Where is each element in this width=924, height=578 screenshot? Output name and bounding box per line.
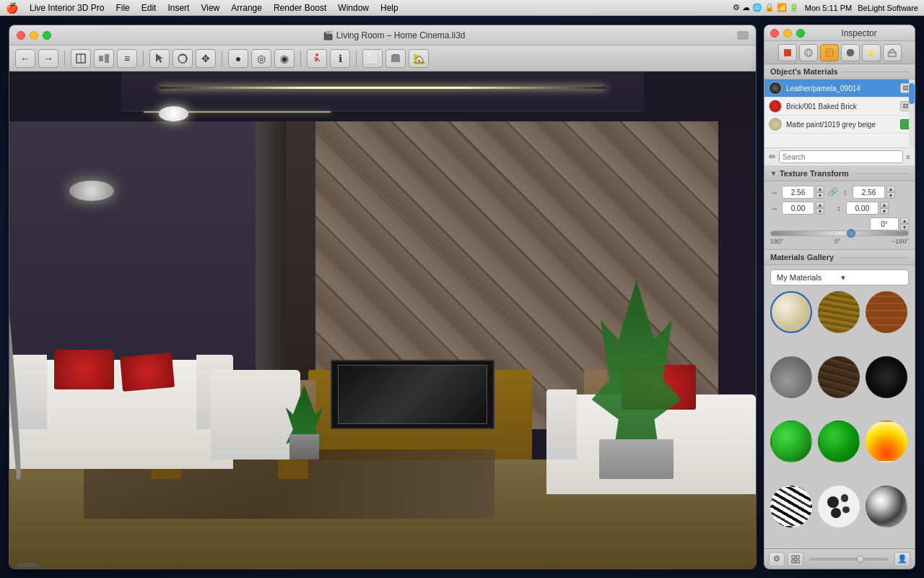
maximize-button[interactable] [43, 31, 51, 40]
gallery-item-8[interactable] [818, 420, 860, 462]
texture-transform-label: Texture Transform [780, 169, 849, 178]
gallery-item-3[interactable] [866, 291, 907, 333]
menu-help[interactable]: Help [380, 3, 398, 13]
menu-edit[interactable]: Edit [141, 3, 157, 13]
ring-tool-button[interactable]: ◎ [251, 49, 271, 68]
height-down-button[interactable]: ▼ [886, 192, 895, 199]
viewport[interactable] [9, 72, 756, 569]
tab-light[interactable] [862, 44, 881, 61]
info-button[interactable]: ℹ [330, 49, 350, 68]
chain-link-icon[interactable]: 🔗 [827, 187, 838, 197]
material-item-1[interactable]: Leather/pamela_09014 🖼 [764, 79, 915, 98]
gallery-item-6[interactable] [866, 356, 907, 398]
resize-button[interactable] [737, 31, 749, 40]
nav-back-button[interactable]: ← [15, 49, 35, 68]
inspector-close[interactable] [770, 29, 779, 38]
orbit-tool-button[interactable] [173, 49, 193, 68]
sphere-tool-button[interactable]: ● [228, 49, 248, 68]
house-button[interactable]: 🏡 [409, 49, 429, 68]
settings-button[interactable]: ⚙ [769, 552, 785, 566]
zoom-slider-track[interactable] [809, 558, 889, 561]
material-item-2[interactable]: Brick/001 Baked Brick 🖼 [764, 98, 915, 116]
gallery-item-9[interactable] [866, 420, 907, 462]
materials-scrollbar-thumb[interactable] [909, 83, 915, 104]
rotation-input[interactable] [870, 217, 899, 230]
tab-texture[interactable] [841, 44, 860, 61]
gallery-item-12[interactable] [866, 486, 907, 527]
height-input[interactable] [853, 186, 885, 199]
close-button[interactable] [17, 31, 25, 40]
pencil-icon[interactable]: ✏ [769, 152, 776, 162]
floor-plan-button[interactable] [71, 49, 91, 68]
section-line-2 [855, 173, 909, 174]
offset-x-up-button[interactable]: ▲ [816, 202, 824, 208]
svg-rect-9 [784, 49, 791, 56]
list-button[interactable]: ≡ [117, 49, 137, 68]
inspector-minimize[interactable] [783, 29, 792, 38]
tab-house[interactable] [883, 44, 902, 61]
width-down-button[interactable]: ▼ [816, 192, 824, 199]
offset-y-input[interactable] [846, 202, 879, 215]
width-row: ↔ ▲ ▼ 🔗 ↕ ▲ ▼ [770, 186, 909, 199]
gallery-item-4[interactable] [770, 356, 812, 398]
apple-menu[interactable]: 🍎 [6, 2, 18, 14]
rotation-slider-track[interactable] [770, 230, 909, 236]
offset-x-down-button[interactable]: ▼ [816, 208, 824, 215]
material-item-3[interactable]: Matte paint/1019 grey beige ✓ [764, 116, 915, 134]
height-up-button[interactable]: ▲ [886, 186, 895, 192]
view-button[interactable] [94, 49, 114, 68]
tab-materials[interactable] [820, 44, 839, 61]
gallery-item-2[interactable] [818, 291, 860, 333]
material-search-input[interactable] [779, 150, 903, 163]
menu-file[interactable]: File [116, 3, 129, 13]
svg-rect-7 [391, 55, 400, 62]
materials-list[interactable]: Leather/pamela_09014 🖼 Brick/001 Baked B… [764, 79, 915, 148]
minimize-button[interactable] [30, 31, 38, 40]
gallery-dropdown[interactable]: My Materials ▼ [770, 269, 909, 285]
svg-point-11 [807, 49, 810, 56]
texture-transform-panel: ↔ ▲ ▼ 🔗 ↕ ▲ ▼ [764, 181, 915, 250]
render-button[interactable] [385, 49, 406, 68]
rotation-labels: 180° 0° −180° [770, 238, 909, 245]
material-swatch-3 [769, 118, 782, 131]
zoom-slider-thumb[interactable] [857, 556, 864, 563]
svg-rect-19 [796, 556, 799, 558]
menu-arrange[interactable]: Arrange [231, 3, 262, 13]
move-tool-button[interactable]: ✥ [196, 49, 216, 68]
menu-view[interactable]: View [201, 3, 219, 13]
rotation-up-button[interactable]: ▲ [900, 217, 909, 224]
zoom-fit-button[interactable] [788, 552, 803, 566]
main-window: 🎬 Living Room – Home Cinema.li3d ← → ≡ ✥ [9, 25, 757, 569]
tab-sphere[interactable] [799, 44, 818, 61]
aspect-button[interactable]: ⬜ [362, 49, 383, 68]
viewport-scrollbar[interactable] [17, 563, 38, 567]
gallery-item-5[interactable] [818, 356, 860, 398]
tab-object[interactable] [778, 44, 797, 61]
inspector-maximize[interactable] [796, 29, 805, 38]
menu-window[interactable]: Window [338, 3, 369, 13]
width-input[interactable] [782, 186, 814, 199]
gallery-dropdown-label: My Materials [777, 273, 840, 282]
gallery-item-1[interactable] [770, 291, 812, 333]
offset-x-input[interactable] [782, 202, 814, 215]
menu-app[interactable]: Live Interior 3D Pro [30, 3, 104, 13]
offset-y-down-button[interactable]: ▼ [880, 208, 889, 215]
select-tool-button[interactable] [149, 49, 170, 68]
offset-y-up-button[interactable]: ▲ [880, 202, 889, 208]
person-button[interactable]: 👤 [894, 552, 910, 566]
svg-rect-18 [792, 556, 795, 558]
menu-insert[interactable]: Insert [167, 3, 189, 13]
dot-tool-button[interactable]: ◉ [274, 49, 295, 68]
gallery-item-10[interactable] [770, 486, 812, 527]
rotation-down-button[interactable]: ▼ [900, 224, 909, 230]
gallery-item-11[interactable] [818, 486, 860, 527]
menu-render[interactable]: Render Boost [274, 3, 326, 13]
rotation-slider-thumb[interactable] [847, 229, 855, 238]
width-up-button[interactable]: ▲ [816, 186, 824, 192]
walk-button[interactable] [307, 49, 327, 68]
list-options-icon[interactable]: ≡ [906, 153, 910, 161]
svg-point-10 [805, 49, 812, 56]
materials-scrollbar[interactable] [909, 79, 915, 148]
nav-forward-button[interactable]: → [38, 49, 58, 68]
gallery-item-7[interactable] [770, 420, 812, 462]
